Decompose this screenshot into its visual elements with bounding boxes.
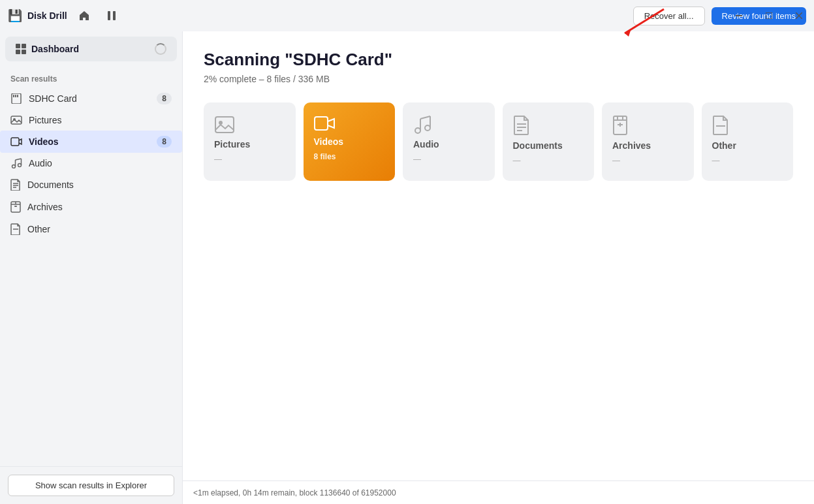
audio-card-name: Audio (413, 139, 439, 150)
other-label: Other (27, 224, 172, 234)
documents-icon (10, 179, 21, 191)
card-other[interactable]: Other — (702, 102, 794, 181)
title-bar: 💾 Disk Drill Recover all... Review found… (0, 0, 814, 31)
sidebar: Dashboard Scan results SDHC Card 8 Pictu (0, 31, 183, 504)
audio-card-icon (413, 116, 431, 134)
dashboard-icon (16, 44, 26, 54)
documents-label: Documents (27, 180, 172, 190)
videos-label: Videos (29, 136, 150, 147)
card-audio[interactable]: Audio — (403, 102, 495, 181)
svg-rect-5 (766, 12, 772, 19)
card-videos[interactable]: Videos 8 files (304, 102, 396, 181)
documents-card-count: — (513, 156, 521, 165)
svg-rect-1 (113, 11, 116, 20)
svg-rect-14 (15, 95, 16, 97)
audio-icon (10, 158, 22, 168)
svg-rect-0 (108, 11, 110, 20)
sidebar-item-pictures[interactable]: Pictures (0, 110, 182, 131)
recover-all-button[interactable]: Recover all... (633, 7, 705, 25)
sidebar-dashboard-header[interactable]: Dashboard (5, 37, 177, 61)
dashboard-label: Dashboard (31, 44, 79, 54)
content-area: Scanning "SDHC Card" 2% complete – 8 fil… (183, 31, 814, 504)
videos-icon (10, 136, 22, 147)
archives-card-count: — (612, 156, 620, 165)
archives-card-name: Archives (612, 140, 651, 151)
status-bar: <1m elapsed, 0h 14m remain, block 113664… (183, 480, 814, 504)
pictures-card-icon (214, 116, 235, 134)
videos-card-count: 8 files (314, 152, 336, 161)
pictures-icon (10, 115, 22, 125)
audio-label: Audio (29, 158, 172, 168)
videos-card-name: Videos (314, 136, 344, 147)
pictures-card-count: — (214, 155, 222, 164)
pause-button[interactable] (101, 5, 122, 26)
svg-rect-9 (22, 44, 26, 48)
sidebar-bottom: Show scan results in Explorer (0, 466, 182, 504)
sdhc-card-badge: 8 (157, 93, 172, 104)
status-text: <1m elapsed, 0h 14m remain, block 113664… (193, 488, 396, 497)
videos-card-icon (314, 116, 335, 131)
svg-rect-10 (16, 50, 20, 54)
scan-results-label: Scan results (0, 67, 182, 87)
scan-title: Scanning "SDHC Card" (204, 50, 793, 70)
audio-card-count: — (413, 155, 421, 164)
svg-rect-4 (736, 15, 742, 16)
close-button[interactable] (784, 0, 814, 31)
sdhc-card-label: SDHC Card (29, 93, 150, 104)
pictures-card-name: Pictures (214, 139, 250, 150)
app-icon: 💾 (8, 8, 22, 23)
minimize-button[interactable] (724, 0, 754, 31)
sidebar-item-other[interactable]: Other (0, 218, 182, 240)
svg-rect-35 (315, 117, 328, 130)
sidebar-item-videos[interactable]: Videos 8 (0, 131, 182, 153)
sidebar-item-audio[interactable]: Audio (0, 153, 182, 174)
svg-line-23 (16, 159, 22, 160)
title-bar-left: 💾 Disk Drill (8, 8, 67, 23)
documents-card-icon (513, 116, 530, 135)
svg-rect-33 (215, 117, 234, 133)
home-button[interactable] (74, 5, 95, 26)
other-icon (10, 223, 21, 235)
other-card-icon (712, 116, 729, 135)
card-archives[interactable]: Archives — (602, 102, 694, 181)
svg-rect-18 (11, 138, 19, 146)
svg-rect-11 (22, 50, 26, 54)
loading-spinner (155, 43, 166, 55)
sdhc-card-icon (10, 93, 22, 104)
app-title: Disk Drill (27, 10, 67, 21)
svg-rect-15 (17, 95, 18, 97)
documents-card-name: Documents (513, 140, 563, 151)
archives-card-icon (612, 116, 628, 135)
main-layout: Dashboard Scan results SDHC Card 8 Pictu (0, 31, 814, 504)
other-card-name: Other (712, 140, 736, 151)
sidebar-item-documents[interactable]: Documents (0, 174, 182, 196)
videos-badge: 8 (157, 136, 172, 148)
svg-point-36 (415, 128, 420, 133)
maximize-button[interactable] (754, 0, 784, 31)
sidebar-item-sdhc-card[interactable]: SDHC Card 8 (0, 87, 182, 110)
archives-label: Archives (27, 202, 172, 212)
card-documents[interactable]: Documents — (503, 102, 595, 181)
show-explorer-button[interactable]: Show scan results in Explorer (8, 475, 174, 496)
sidebar-item-archives[interactable]: Archives (0, 196, 182, 218)
pictures-label: Pictures (29, 115, 172, 125)
card-pictures[interactable]: Pictures — (204, 102, 296, 181)
svg-line-40 (420, 116, 430, 119)
other-card-count: — (712, 156, 720, 165)
svg-point-37 (425, 125, 430, 131)
svg-rect-16 (11, 116, 22, 124)
content-inner: Scanning "SDHC Card" 2% complete – 8 fil… (183, 31, 814, 480)
svg-rect-13 (13, 95, 14, 97)
scan-subtitle: 2% complete – 8 files / 336 MB (204, 74, 793, 84)
category-cards-grid: Pictures — Videos 8 files (204, 102, 793, 181)
window-controls (724, 0, 814, 31)
archives-icon (10, 201, 21, 213)
svg-rect-8 (16, 44, 20, 48)
